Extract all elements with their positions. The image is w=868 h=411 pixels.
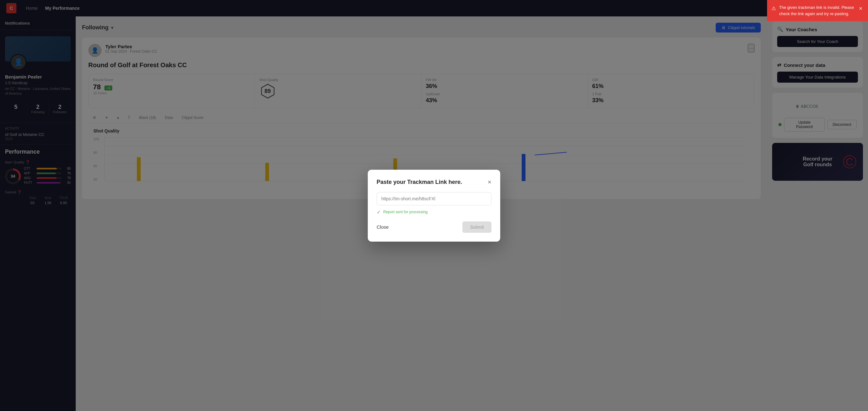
- error-toast: ⚠ The given trackman link is invalid. Pl…: [767, 0, 868, 21]
- modal-success-message: ✓ Report sent for processing: [377, 209, 491, 215]
- modal-submit-button[interactable]: Submit: [462, 221, 491, 233]
- toast-close-button[interactable]: ×: [859, 4, 862, 13]
- modal-close-x-button[interactable]: ×: [488, 179, 491, 186]
- modal-overlay[interactable]: Paste your Trackman Link here. × ✓ Repor…: [0, 0, 868, 411]
- toast-message: The given trackman link is invalid. Plea…: [779, 4, 856, 17]
- trackman-modal: Paste your Trackman Link here. × ✓ Repor…: [368, 170, 500, 242]
- modal-footer: Close Submit: [377, 221, 491, 233]
- success-text: Report sent for processing: [383, 210, 428, 214]
- trackman-link-input[interactable]: [377, 192, 491, 205]
- modal-title: Paste your Trackman Link here.: [377, 179, 462, 186]
- modal-header: Paste your Trackman Link here. ×: [377, 179, 491, 186]
- success-check-icon: ✓: [377, 209, 381, 215]
- toast-warning-icon: ⚠: [772, 5, 776, 12]
- modal-close-button[interactable]: Close: [377, 224, 389, 230]
